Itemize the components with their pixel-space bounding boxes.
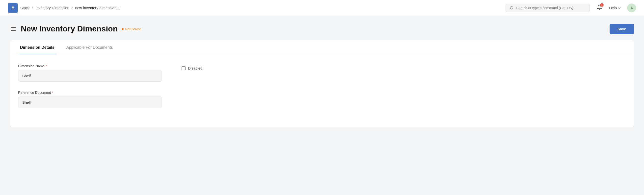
form-row-2: Reference Document * — [18, 91, 626, 108]
breadcrumb-separator-1: > — [32, 6, 34, 10]
hamburger-line-1 — [11, 27, 16, 28]
tabs: Dimension Details Applicable For Documen… — [10, 40, 634, 54]
tab-dimension-details[interactable]: Dimension Details — [18, 40, 56, 54]
breadcrumb-stock[interactable]: Stock — [20, 6, 30, 10]
save-button[interactable]: Save — [610, 24, 634, 34]
avatar[interactable]: A — [627, 3, 636, 12]
page-title: New Inventory Dimension — [21, 24, 118, 33]
svg-point-0 — [510, 6, 513, 9]
dimension-name-required-star: * — [46, 64, 47, 68]
search-input[interactable] — [516, 6, 586, 10]
disabled-checkbox[interactable] — [182, 66, 186, 70]
notification-button[interactable]: 1 — [596, 4, 603, 12]
page-header-left: New Inventory Dimension Not Saved — [10, 24, 142, 33]
hamburger-menu[interactable] — [10, 26, 17, 32]
reference-document-group: Reference Document * — [18, 91, 162, 108]
top-navigation: E Stock > Inventory Dimension > new-inve… — [0, 0, 644, 16]
breadcrumb-current: new-inventory-dimension-1 — [75, 6, 120, 10]
dimension-name-input[interactable] — [18, 70, 162, 82]
reference-document-required-star: * — [52, 91, 53, 95]
form-row-1: Dimension Name * Disabled — [18, 64, 626, 82]
tab-applicable-for-documents[interactable]: Applicable For Documents — [64, 40, 115, 54]
main-content: Dimension Details Applicable For Documen… — [0, 40, 644, 127]
not-saved-badge: Not Saved — [122, 27, 141, 31]
topnav-left: E Stock > Inventory Dimension > new-inve… — [8, 3, 120, 13]
form-card: Dimension Details Applicable For Documen… — [10, 40, 634, 127]
dimension-name-group: Dimension Name * — [18, 64, 162, 82]
dimension-name-label: Dimension Name * — [18, 64, 162, 68]
form-body: Dimension Name * Disabled Reference Docu… — [10, 54, 634, 127]
chevron-down-icon — [618, 6, 621, 10]
app-icon[interactable]: E — [8, 3, 18, 13]
search-bar[interactable] — [506, 4, 590, 12]
reference-document-input[interactable] — [18, 97, 162, 108]
notification-badge: 1 — [600, 3, 604, 7]
help-label: Help — [609, 6, 617, 10]
breadcrumb: Stock > Inventory Dimension > new-invent… — [20, 6, 120, 10]
breadcrumb-separator-2: > — [71, 6, 73, 10]
disabled-label[interactable]: Disabled — [188, 66, 202, 70]
help-button[interactable]: Help — [609, 6, 621, 10]
hamburger-line-2 — [11, 29, 16, 29]
disabled-checkbox-group: Disabled — [182, 66, 202, 70]
search-icon — [510, 6, 514, 10]
not-saved-label: Not Saved — [125, 27, 141, 31]
topnav-right: 1 Help A — [506, 3, 636, 12]
reference-document-label: Reference Document * — [18, 91, 162, 95]
not-saved-dot — [122, 28, 124, 30]
breadcrumb-inventory-dimension[interactable]: Inventory Dimension — [36, 6, 69, 10]
hamburger-line-3 — [11, 30, 16, 31]
page-header: New Inventory Dimension Not Saved Save — [0, 16, 644, 40]
